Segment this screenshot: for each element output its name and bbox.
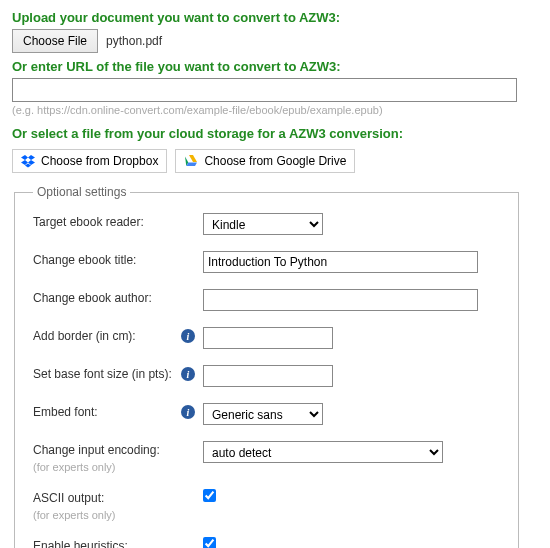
ebook-title-label: Change ebook title: (33, 253, 136, 267)
info-icon[interactable]: i (181, 329, 195, 343)
encoding-label: Change input encoding: (33, 443, 160, 457)
fontsize-label: Set base font size (in pts): (33, 367, 172, 381)
embed-font-label: Embed font: (33, 405, 98, 419)
ascii-label: ASCII output: (33, 491, 104, 505)
target-reader-select[interactable]: Kindle (203, 213, 323, 235)
fieldset-legend: Optional settings (33, 185, 130, 199)
ebook-title-input[interactable] (203, 251, 478, 273)
info-icon[interactable]: i (181, 367, 195, 381)
ebook-author-input[interactable] (203, 289, 478, 311)
embed-font-select[interactable]: Generic sans (203, 403, 323, 425)
heuristics-label: Enable heuristics: (33, 539, 128, 548)
gdrive-label: Choose from Google Drive (204, 154, 346, 168)
upload-heading: Upload your document you want to convert… (12, 10, 538, 25)
url-hint: (e.g. https://cdn.online-convert.com/exa… (12, 104, 538, 116)
dropbox-label: Choose from Dropbox (41, 154, 158, 168)
dropbox-button[interactable]: Choose from Dropbox (12, 149, 167, 173)
ebook-author-label: Change ebook author: (33, 291, 152, 305)
fontsize-input[interactable] (203, 365, 333, 387)
border-input[interactable] (203, 327, 333, 349)
url-input[interactable] (12, 78, 517, 102)
choose-file-button[interactable]: Choose File (12, 29, 98, 53)
gdrive-icon (184, 154, 198, 168)
ascii-sublabel: (for experts only) (33, 509, 203, 521)
border-label: Add border (in cm): (33, 329, 136, 343)
url-heading: Or enter URL of the file you want to con… (12, 59, 538, 74)
heuristics-checkbox[interactable] (203, 537, 216, 548)
optional-settings-fieldset: Optional settings Target ebook reader: K… (14, 185, 519, 548)
info-icon[interactable]: i (181, 405, 195, 419)
target-reader-label: Target ebook reader: (33, 215, 144, 229)
ascii-checkbox[interactable] (203, 489, 216, 502)
encoding-sublabel: (for experts only) (33, 461, 203, 473)
gdrive-button[interactable]: Choose from Google Drive (175, 149, 355, 173)
cloud-heading: Or select a file from your cloud storage… (12, 126, 538, 141)
dropbox-icon (21, 154, 35, 168)
encoding-select[interactable]: auto detect (203, 441, 443, 463)
chosen-filename: python.pdf (106, 34, 162, 48)
